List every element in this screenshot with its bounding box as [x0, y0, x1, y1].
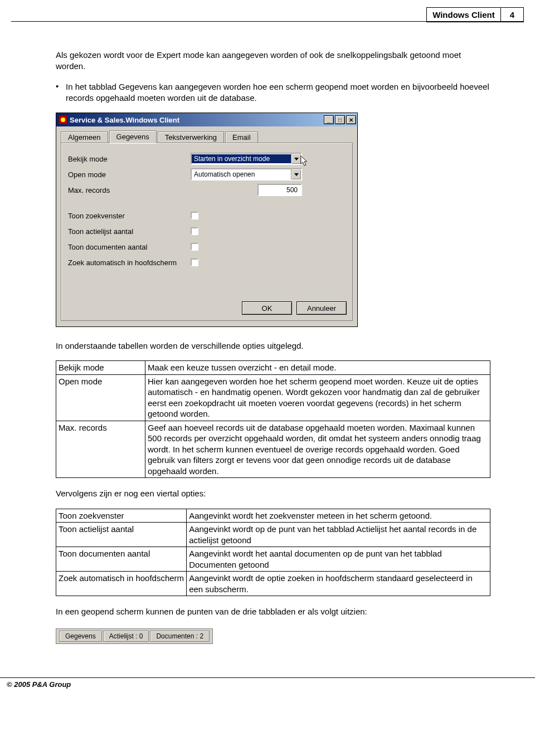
tab-algemeen[interactable]: Algemeen: [61, 131, 108, 143]
tab-panel: Bekijk mode Starten in overzicht mode Op…: [61, 143, 353, 321]
minitab-documenten[interactable]: Documenten : 2: [150, 631, 210, 642]
input-max-records[interactable]: 500: [257, 184, 302, 196]
cell-val: Geef aan hoeveel records uit de database…: [145, 421, 490, 478]
cell-key: Toon actielijst aantal: [56, 523, 187, 547]
table-row: Open modeHier kan aangegeven worden hoe …: [56, 374, 490, 421]
cell-key: Zoek automatisch in hoofdscherm: [56, 572, 187, 596]
cell-key: Open mode: [56, 374, 145, 421]
cell-key: Toon zoekvenster: [56, 509, 187, 523]
mini-tabstrip: Gegevens Actielijst : 0 Documenten : 2: [56, 628, 213, 644]
minitab-actielijst[interactable]: Actielijst : 0: [103, 631, 149, 642]
chevron-down-icon[interactable]: [291, 154, 301, 164]
closing-paragraph: In een geopend scherm kunnen de punten v…: [56, 606, 490, 617]
label-toon-actielijst: Toon actielijst aantal: [68, 227, 191, 236]
tab-tekstverwerking[interactable]: Tekstverwerking: [158, 131, 224, 143]
checkbox-toon-zoekvenster[interactable]: [191, 212, 198, 220]
maximize-button[interactable]: □: [335, 115, 345, 124]
checkbox-zoek-automatisch[interactable]: [191, 258, 198, 266]
minitab-gegevens[interactable]: Gegevens: [59, 631, 102, 642]
svg-point-1: [61, 118, 65, 122]
cell-val: Aangevinkt wordt het aantal documenten o…: [187, 547, 490, 572]
label-zoek-automatisch: Zoek automatisch in hoofdscherm: [68, 258, 202, 267]
label-bekijk-mode: Bekijk mode: [68, 155, 191, 163]
tab-strip: Algemeen Gegevens Tekstverwerking Email: [61, 130, 353, 143]
header-title: Windows Client: [426, 7, 500, 22]
header-page-number: 4: [500, 7, 524, 22]
window-title: Service & Sales.Windows Client: [70, 116, 324, 124]
cell-val: Maak een keuze tussen overzicht - en det…: [145, 361, 490, 375]
combo-bekijk-value: Starten in overzicht mode: [192, 154, 291, 163]
after-dialog-paragraph: In onderstaande tabellen worden de versc…: [56, 340, 490, 352]
titlebar: Service & Sales.Windows Client _ □ ✕: [56, 113, 357, 126]
ok-button[interactable]: OK: [242, 301, 292, 315]
table-row: Toon zoekvensterAangevinkt wordt het zoe…: [56, 509, 490, 523]
options-table-1: Bekijk modeMaak een keuze tussen overzic…: [56, 360, 490, 478]
cancel-button[interactable]: Annuleer: [296, 301, 347, 315]
bullet-item: In het tabblad Gegevens kan aangegeven w…: [56, 81, 490, 104]
cursor-icon: [300, 155, 310, 167]
cell-key: Max. records: [56, 421, 145, 478]
cell-val: Aangevinkt wordt het zoekvenster meteen …: [187, 509, 490, 523]
checkbox-toon-actielijst[interactable]: [191, 227, 198, 235]
table-row: Bekijk modeMaak een keuze tussen overzic…: [56, 361, 490, 375]
bullet-text: In het tabblad Gegevens kan aangegeven w…: [66, 81, 490, 104]
table-row: Toon actielijst aantalAangevinkt wordt o…: [56, 523, 490, 547]
minimize-button[interactable]: _: [324, 115, 334, 124]
mid-paragraph: Vervolgens zijn er nog een viertal optie…: [56, 488, 490, 499]
options-table-2: Toon zoekvensterAangevinkt wordt het zoe…: [56, 509, 490, 597]
checkbox-toon-documenten[interactable]: [191, 243, 198, 251]
chevron-down-icon[interactable]: [291, 169, 301, 179]
tab-email[interactable]: Email: [225, 131, 258, 143]
label-toon-zoekvenster: Toon zoekvenster: [68, 212, 191, 220]
page-header: Windows Client 4: [426, 7, 524, 22]
cell-val: Aangevinkt wordt op de punt van het tabb…: [187, 523, 490, 547]
footer-copyright: © 2005 P&A Group: [0, 678, 535, 694]
cell-key: Bekijk mode: [56, 361, 145, 375]
label-toon-documenten: Toon documenten aantal: [68, 243, 191, 251]
table-row: Zoek automatisch in hoofdschermAangevink…: [56, 572, 490, 596]
cell-key: Toon documenten aantal: [56, 547, 187, 572]
combo-bekijk-mode[interactable]: Starten in overzicht mode: [191, 153, 302, 165]
cell-val: Hier kan aangegeven worden hoe het scher…: [145, 374, 490, 421]
label-max-records: Max. records: [68, 186, 191, 194]
bullet-icon: [56, 81, 66, 104]
cell-val: Aangevinkt wordt de optie zoeken in hoof…: [187, 572, 490, 596]
table-row: Max. recordsGeef aan hoeveel records uit…: [56, 421, 490, 478]
label-open-mode: Open mode: [68, 170, 191, 179]
intro-paragraph: Als gekozen wordt voor de Expert mode ka…: [56, 50, 490, 72]
combo-open-mode[interactable]: Automatisch openen: [191, 168, 302, 181]
close-button[interactable]: ✕: [346, 115, 356, 124]
table-row: Toon documenten aantalAangevinkt wordt h…: [56, 547, 490, 572]
tab-gegevens[interactable]: Gegevens: [109, 130, 157, 143]
settings-dialog: Service & Sales.Windows Client _ □ ✕ Alg…: [56, 113, 358, 327]
combo-open-value: Automatisch openen: [192, 170, 291, 179]
app-icon: [59, 115, 67, 124]
